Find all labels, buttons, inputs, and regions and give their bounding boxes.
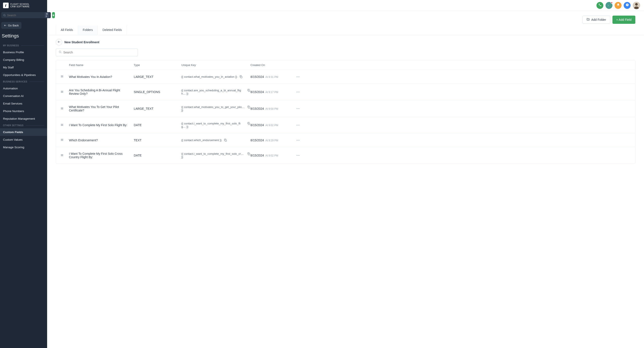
add-folder-button[interactable]: Add Folder: [582, 16, 610, 24]
field-name: I Want To Complete My First Solo Flight …: [69, 123, 134, 127]
field-type: DATE: [134, 154, 181, 157]
nav-email-services[interactable]: Email Services: [0, 100, 47, 107]
svg-rect-20: [248, 90, 250, 92]
field-search[interactable]: [56, 49, 138, 56]
search-input[interactable]: [7, 14, 44, 17]
nav-conversation-ai[interactable]: Conversation AI: [0, 92, 47, 100]
folder-plus-icon: [586, 18, 590, 22]
folder-back-button[interactable]: [56, 39, 62, 46]
row-actions-button[interactable]: [296, 153, 300, 157]
field-created: 8/15/2024 At 9:17 PM: [250, 90, 292, 94]
main-pane: Add Folder + Add Field All Fields Folder…: [47, 0, 644, 348]
tab-folders[interactable]: Folders: [78, 26, 98, 35]
announcements-button[interactable]: [606, 2, 612, 9]
table-row: What Motivates You To Get Your Pilot Cer…: [56, 100, 635, 117]
question-icon: [626, 3, 629, 7]
field-key: {{ contact.i_want_to_complete_my_first_s…: [181, 122, 245, 128]
drag-handle-icon[interactable]: [60, 138, 64, 141]
svg-point-21: [296, 92, 297, 92]
svg-point-51: [299, 155, 300, 156]
drag-handle-icon[interactable]: [60, 107, 64, 110]
arrow-left-icon: [4, 24, 7, 27]
nav-business-profile[interactable]: Business Profile: [0, 49, 47, 56]
nav-custom-values[interactable]: Custom Values: [0, 136, 47, 143]
settings-nav: My Business Business Profile Company Bil…: [0, 43, 47, 151]
field-key: {{ contact.are_you_scheduling_a_bi_annua…: [181, 89, 245, 95]
nav-custom-fields[interactable]: Custom Fields: [0, 128, 47, 136]
add-field-button[interactable]: + Add Field: [612, 16, 635, 24]
table-row: Which Endorsement?TEXT{{ contact.which_e…: [56, 133, 635, 147]
drag-handle-icon[interactable]: [60, 75, 64, 78]
global-search[interactable]: ⌘ K: [1, 12, 51, 18]
logo-mark: r: [3, 3, 9, 8]
nav-section-my-business: My Business: [0, 43, 47, 49]
field-key: {{ contact.what_motivates_you_in_aviatio…: [181, 75, 237, 78]
svg-point-0: [4, 14, 5, 16]
copy-key-button[interactable]: [239, 75, 243, 79]
nav-opportunities-pipelines[interactable]: Opportunities & Pipelines: [0, 71, 47, 79]
nav-section-business-services: Business Services: [0, 79, 47, 85]
svg-rect-13: [240, 76, 242, 78]
nav-automation[interactable]: Automation: [0, 85, 47, 92]
settings-heading: Settings: [0, 31, 47, 43]
drag-handle-icon[interactable]: [60, 90, 64, 93]
svg-point-37: [299, 125, 300, 125]
phone-button[interactable]: [596, 2, 603, 9]
notifications-button[interactable]: [614, 2, 622, 9]
nav-company-billing[interactable]: Company Billing: [0, 56, 47, 64]
field-created: 8/15/2024 At 9:00 PM: [250, 107, 292, 110]
copy-key-button[interactable]: [224, 138, 227, 142]
svg-point-15: [298, 76, 298, 77]
svg-rect-34: [248, 123, 250, 125]
bell-icon: [616, 3, 620, 7]
folder-title: New Student Enrollment: [64, 41, 100, 44]
svg-rect-48: [248, 153, 250, 155]
phone-icon: [598, 3, 602, 7]
svg-point-43: [298, 140, 298, 140]
svg-point-22: [298, 92, 298, 92]
go-back-button[interactable]: Go Back: [1, 22, 22, 29]
row-actions-button[interactable]: [296, 138, 300, 142]
user-avatar[interactable]: [633, 2, 640, 9]
row-actions-button[interactable]: [296, 107, 300, 111]
svg-point-30: [299, 108, 300, 109]
copy-key-button[interactable]: [247, 89, 250, 92]
field-key: {{ contact.what_motivates_you_to_get_you…: [181, 105, 245, 112]
field-created: 8/15/2024 At 9:31 PM: [250, 75, 292, 79]
drag-handle-icon[interactable]: [60, 123, 64, 127]
topbar: [47, 0, 644, 11]
tab-deleted-fields[interactable]: Deleted Fields: [98, 26, 127, 35]
field-created: 8/15/2024 At 9:29 PM: [250, 138, 292, 142]
copy-key-button[interactable]: [247, 122, 250, 125]
copy-key-button[interactable]: [247, 105, 250, 109]
field-name: I Want To Complete My First Solo Cross C…: [69, 152, 134, 159]
field-search-input[interactable]: [63, 51, 135, 54]
nav-section-other-settings: Other Settings: [0, 122, 47, 128]
search-icon: [3, 14, 6, 17]
nav-manage-scoring[interactable]: Manage Scoring: [0, 143, 47, 151]
row-actions-button[interactable]: [296, 90, 300, 94]
table-row: What Motivates You In Aviation?LARGE_TEX…: [56, 70, 635, 84]
nav-reputation-management[interactable]: Reputation Management: [0, 115, 47, 122]
drag-handle-icon[interactable]: [60, 153, 64, 157]
table-header-row: Field Name Type Unique Key Created On: [56, 60, 635, 70]
svg-point-28: [296, 108, 297, 109]
tab-all-fields[interactable]: All Fields: [56, 26, 78, 35]
fields-table: Field Name Type Unique Key Created On Wh…: [56, 60, 635, 164]
copy-key-button[interactable]: [247, 152, 250, 156]
notification-dot: [611, 2, 613, 4]
megaphone-icon: [608, 3, 611, 7]
search-icon: [58, 50, 62, 54]
logo-text: FLIGHT SCHOOL CRM SOFTWARE: [10, 3, 30, 8]
th-unique-key: Unique Key: [181, 63, 250, 67]
help-button[interactable]: [624, 2, 630, 9]
field-type: DATE: [134, 123, 181, 127]
row-actions-button[interactable]: [296, 123, 300, 127]
nav-phone-numbers[interactable]: Phone Numbers: [0, 107, 47, 115]
arrow-left-icon: [58, 40, 61, 44]
th-created-on: Created On: [250, 63, 292, 67]
field-key: {{ contact.which_endorsement }}: [181, 138, 222, 142]
svg-point-4: [635, 3, 638, 6]
nav-my-staff[interactable]: My Staff: [0, 64, 47, 71]
row-actions-button[interactable]: [296, 75, 300, 79]
